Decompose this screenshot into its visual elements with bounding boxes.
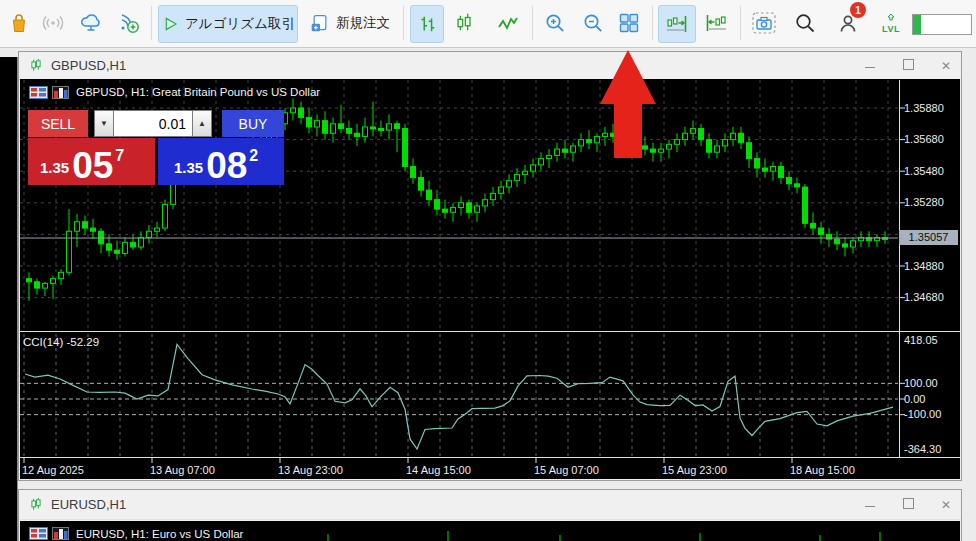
indicator-label: CCI(14) -52.29	[23, 336, 99, 348]
background-chart-window-edge	[0, 57, 18, 541]
tile-windows-button[interactable]	[612, 5, 646, 41]
chart-shift-left-icon	[704, 11, 728, 35]
volume-increase-button[interactable]: ▲	[192, 110, 212, 137]
sell-price-big: 05	[72, 151, 113, 180]
symbol-info-line: EURUSD, H1: Euro vs US Dollar	[76, 528, 243, 540]
shift-end-button[interactable]	[658, 5, 696, 43]
line-chart-icon	[496, 11, 520, 35]
market-button[interactable]	[4, 5, 34, 41]
symbol-info-line: GBPUSD, H1: Great Britain Pound vs US Do…	[76, 86, 320, 98]
one-click-trading-panel: SELL ▼ 0.01 ▲ BUY 1.35 05 7 1.35 08 2	[28, 110, 284, 185]
buy-button[interactable]: BUY	[222, 110, 284, 137]
candlestick-icon	[29, 497, 43, 512]
candlestick-icon	[29, 58, 43, 73]
new-order-button[interactable]: 新規注文	[303, 5, 397, 41]
cloud-button[interactable]	[76, 5, 106, 41]
quotes-table-icon[interactable]	[29, 527, 48, 540]
connection-status-bar	[912, 14, 972, 35]
zoom-in-button[interactable]	[538, 5, 572, 41]
maximize-button[interactable]	[901, 59, 915, 73]
depth-of-market-icon[interactable]	[52, 527, 69, 540]
window-title: EURUSD,H1	[51, 497, 126, 512]
sell-button[interactable]: SELL	[28, 110, 88, 137]
lvl-button[interactable]: LVL	[878, 5, 904, 41]
zoom-out-button[interactable]	[576, 5, 610, 41]
current-price-tag: 1.35057	[899, 230, 958, 245]
signals-add-icon	[117, 11, 141, 35]
sell-price-pips: 7	[115, 147, 124, 165]
connection-fill	[913, 15, 921, 34]
minimize-button[interactable]	[863, 498, 877, 512]
algo-trading-label: アルゴリズム取引	[185, 15, 295, 33]
volume-decrease-button[interactable]: ▼	[94, 110, 114, 137]
signals-button[interactable]	[114, 5, 144, 41]
lvl-up-arrow-icon	[885, 13, 897, 25]
cloud-icon	[79, 11, 103, 35]
screenshot-button[interactable]	[746, 5, 782, 41]
buy-price-prefix: 1.35	[174, 159, 203, 176]
bar-chart-button[interactable]	[410, 5, 444, 43]
buy-price-pips: 2	[249, 147, 258, 165]
mt5-application: アルゴリズム取引 新規注文	[0, 0, 976, 541]
toolbar-separator	[151, 6, 152, 40]
account-button[interactable]: 1	[832, 5, 866, 41]
toolbar-separator	[532, 6, 533, 40]
quotes-table-icon[interactable]	[29, 86, 48, 99]
lvl-label: LVL	[882, 25, 900, 34]
line-chart-button[interactable]	[490, 5, 526, 41]
camera-icon	[751, 10, 777, 36]
close-button[interactable]: ✕	[939, 59, 953, 73]
zoom-in-icon	[543, 11, 567, 35]
sell-price-prefix: 1.35	[40, 159, 69, 176]
search-button[interactable]	[790, 5, 820, 41]
shift-back-button[interactable]	[698, 5, 734, 41]
new-order-icon	[310, 13, 330, 33]
gbpusd-titlebar[interactable]: GBPUSD,H1 ✕	[19, 52, 961, 80]
toolbar-separator	[652, 6, 653, 40]
search-icon	[793, 11, 817, 35]
chart-shift-right-icon	[665, 12, 689, 36]
candlestick-chart-icon	[453, 12, 475, 34]
broadcast-icon	[41, 11, 65, 35]
buy-price-panel[interactable]: 1.35 08 2	[158, 138, 284, 185]
toolbar: アルゴリズム取引 新規注文	[0, 0, 976, 48]
shopping-bag-icon	[7, 11, 31, 35]
minimize-button[interactable]	[863, 59, 877, 73]
buy-price-big: 08	[206, 151, 247, 180]
new-order-label: 新規注文	[336, 14, 390, 32]
eurusd-titlebar[interactable]: EURUSD,H1 ✕	[19, 490, 961, 520]
algo-trading-button[interactable]: アルゴリズム取引	[158, 5, 298, 43]
depth-of-market-icon[interactable]	[52, 86, 69, 99]
toolbar-separator	[740, 6, 741, 40]
window-title: GBPUSD,H1	[51, 58, 126, 73]
tile-windows-grid-icon	[617, 11, 641, 35]
close-button[interactable]: ✕	[939, 498, 953, 512]
notification-badge[interactable]: 1	[850, 2, 866, 18]
sell-price-panel[interactable]: 1.35 05 7	[28, 138, 155, 185]
play-icon	[161, 15, 179, 33]
toolbar-separator	[403, 6, 404, 40]
zoom-out-icon	[581, 11, 605, 35]
volume-input[interactable]: 0.01	[114, 110, 192, 137]
candle-chart-button[interactable]	[448, 5, 480, 41]
bar-chart-icon	[416, 13, 438, 35]
maximize-button[interactable]	[901, 498, 915, 512]
broadcast-button[interactable]	[38, 5, 68, 41]
